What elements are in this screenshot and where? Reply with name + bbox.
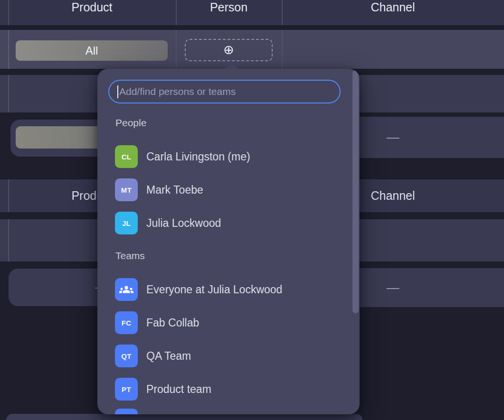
- empty-value-dash: —: [387, 281, 399, 294]
- team-name: QA Team: [146, 350, 191, 363]
- search-box: [108, 80, 341, 103]
- column-header-channel: Channel: [282, 0, 504, 25]
- empty-value-dash: —: [387, 131, 399, 144]
- popup-scrollbar[interactable]: [352, 70, 359, 313]
- team-item[interactable]: QT QA Team: [115, 345, 345, 367]
- team-item[interactable]: FC Fab Collab: [115, 311, 345, 334]
- table-row-partial: [6, 414, 362, 420]
- column-header-label: Person: [210, 0, 247, 25]
- avatar: QT: [115, 345, 138, 367]
- product-filter-all-button[interactable]: All: [16, 40, 168, 61]
- column-header-person: Person: [176, 0, 282, 25]
- team-name: Fab Collab: [146, 317, 199, 329]
- column-header-label: Product: [71, 0, 112, 25]
- team-item[interactable]: PT Product team: [115, 378, 345, 401]
- section-label-people: People: [115, 117, 146, 129]
- team-name: Everyone at Julia Lockwood: [146, 283, 282, 296]
- person-item[interactable]: JL Julia Lockwood: [115, 212, 345, 234]
- add-person-button[interactable]: ⊕: [185, 39, 273, 61]
- avatar: JL: [115, 212, 138, 234]
- table-header-row: Product Person Channel: [0, 0, 504, 25]
- groups-icon: [115, 278, 138, 301]
- team-item[interactable]: Everyone at Julia Lockwood: [115, 278, 345, 301]
- search-input[interactable]: [109, 81, 340, 103]
- person-item[interactable]: CL Carla Livingston (me): [115, 145, 345, 168]
- person-picker-popup: People CL Carla Livingston (me) MT Mark …: [97, 69, 360, 414]
- person-name: Mark Toebe: [146, 184, 203, 196]
- person-name: Carla Livingston (me): [146, 150, 250, 163]
- column-header-product: Product: [8, 0, 176, 25]
- section-label-teams: Teams: [115, 250, 145, 261]
- person-item[interactable]: MT Mark Toebe: [115, 178, 345, 201]
- column-divider: [176, 30, 177, 69]
- avatar: PT: [115, 378, 138, 401]
- team-name: Product team: [146, 383, 211, 396]
- popup-content: People CL Carla Livingston (me) MT Mark …: [97, 69, 360, 414]
- filter-row: All ⊕: [0, 30, 504, 69]
- app-screen: Product Person Channel All ⊕ — Product P…: [0, 0, 504, 420]
- column-header-label: Channel: [371, 189, 415, 203]
- person-name: Julia Lockwood: [146, 217, 221, 230]
- avatar: [115, 409, 138, 414]
- text-caret: [117, 85, 118, 98]
- plus-circle-icon: ⊕: [223, 44, 234, 56]
- column-header-label: Channel: [371, 0, 415, 25]
- avatar: FC: [115, 311, 138, 334]
- avatar: CL: [115, 145, 138, 168]
- avatar: MT: [115, 178, 138, 201]
- column-divider: [282, 30, 283, 69]
